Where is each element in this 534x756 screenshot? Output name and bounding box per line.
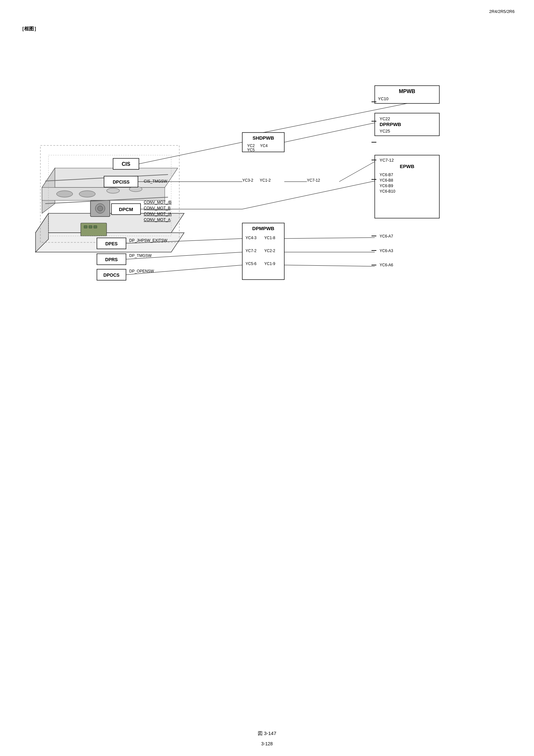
DPCISS-to-EPWB-line2 [339, 162, 375, 182]
svg-point-6 [57, 191, 73, 197]
section-title: ［框图］ [19, 26, 39, 32]
DPMPWB-YC1-9: YC1-9 [264, 261, 275, 266]
DPRPWB-YC25: YC25 [380, 129, 390, 133]
DPOCS-label: DPOCS [103, 273, 119, 278]
DPRS-label: DPRS [105, 257, 118, 262]
DPCM-label: DPCM [119, 206, 133, 212]
MPWB-label: MPWB [399, 89, 416, 94]
SHDPWB-YC5: YC5 [247, 148, 255, 152]
SHDPWB-label: SHDPWB [253, 135, 274, 141]
EPWB-YC6-B8: YC6-B8 [380, 178, 393, 183]
svg-point-12 [98, 206, 103, 211]
DPMPWB-YC4-3: YC4-3 [245, 236, 257, 240]
machine-illustration [36, 146, 184, 252]
DP-TMGSW-label: DP_TMGSW [129, 254, 152, 258]
EPWB-YC6-A6: YC6-A6 [380, 263, 393, 267]
figure-caption: 図 3-147 [258, 730, 276, 737]
DPES-to-EPWB-line [284, 237, 375, 238]
DPRPWB-YC22: YC22 [380, 116, 390, 121]
DPES-label: DPES [105, 241, 117, 246]
CIS-TMGSW-label: CIS_TMGSW [144, 179, 167, 184]
DPCISS-YC1-2: YC1-2 [260, 178, 271, 183]
DPMPWB-label: DPMPWB [252, 226, 274, 231]
page-number: 3-128 [261, 741, 273, 746]
DPMPWB-YC7-2: YC7-2 [245, 249, 257, 253]
SHDPWB-to-DPRPWB-line [284, 123, 375, 142]
DPCISS-YC7-12: YC7-12 [307, 178, 320, 183]
svg-rect-14 [84, 226, 87, 228]
CONV-MOT-A-label: CONV_MOT_A [144, 218, 170, 222]
DPMPWB-YC2-2: YC2-2 [264, 249, 275, 253]
DPMPWB-YC1-8: YC1-8 [264, 236, 275, 240]
CONV-MOT-A-neg-label: CONV_MOT_/A [144, 212, 171, 216]
EPWB-YC6-B10: YC6-B10 [380, 189, 395, 194]
EPWB-YC6-A3: YC6-A3 [380, 249, 393, 253]
DPCM-to-EPWB-line2 [242, 181, 375, 209]
DPRPWB-label: DPRPWB [380, 122, 401, 127]
SHDPWB-YC4: YC4 [260, 144, 268, 148]
EPWB-YC7-12: YC7-12 [380, 158, 394, 163]
diagram-svg: CIS DPCISS DPCM DPES DPRS DPOCS SHDPWB Y… [16, 32, 520, 323]
DPCISS-YC3-2: YC3-2 [242, 178, 253, 183]
DPCISS-label: DPCISS [113, 179, 130, 185]
version-label: 2R4/2R5/2R6 [489, 9, 515, 14]
CONV-MOT-B-neg-label: CONV_MOT_/B [144, 200, 171, 204]
DPMPWB-YC5-6: YC5-6 [245, 261, 257, 266]
svg-point-8 [107, 188, 119, 193]
DPOCS-to-EPWB-line [284, 265, 375, 266]
EPWB-label: EPWB [400, 164, 415, 169]
MPWB-YC10: YC10 [378, 96, 389, 101]
EPWB-YC6-B9: YC6-B9 [380, 184, 393, 188]
EPWB-YC6-B7: YC6-B7 [380, 173, 393, 177]
svg-rect-16 [94, 226, 97, 228]
svg-rect-15 [89, 226, 92, 228]
EPWB-YC6-A7: YC6-A7 [380, 234, 393, 238]
SHDPWB-YC2: YC2 [247, 144, 255, 148]
CIS-label: CIS [122, 161, 131, 167]
svg-rect-13 [81, 223, 107, 236]
svg-point-7 [79, 191, 95, 197]
DP-JHPSW-EXITSW-label: DP_JHPSW_EXITSW [129, 238, 168, 243]
CONV-MOT-B-label: CONV_MOT_B [144, 206, 170, 210]
